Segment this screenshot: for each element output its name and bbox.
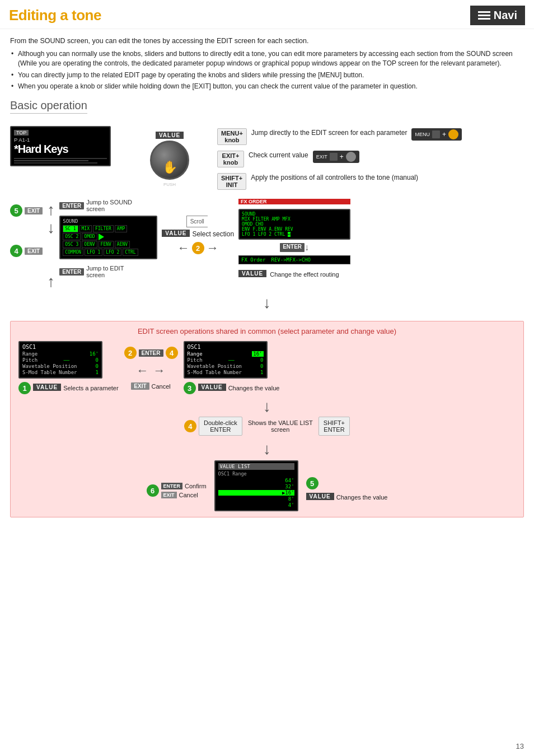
fx-row-1: MIX FILTER AMP MFX xyxy=(242,217,347,222)
main-content: From the SOUND screen, you can edit the … xyxy=(0,29,534,525)
vl-32: 32' xyxy=(218,484,294,489)
enter-badge-1: ENTER xyxy=(59,202,84,209)
bullet-2: You can directly jump to the related EDI… xyxy=(10,71,524,80)
bottom-pink-row: 4 Double-click ENTER Shows the VALUE LIS… xyxy=(18,417,516,436)
vl-4: 4' xyxy=(218,502,294,508)
menu-key-badge-area: MENU+knob xyxy=(217,128,247,145)
cancel-label: Cancel xyxy=(152,383,171,390)
changes-value-label: Changes the value xyxy=(228,385,280,391)
shift-enter-label: SHIFT+ ENTER xyxy=(324,419,345,433)
down-arrow: ↓ xyxy=(47,220,55,236)
enter-badge-2: ENTER xyxy=(139,349,163,357)
section-title: Basic operation xyxy=(10,99,87,114)
vl-subtitle: OSC1 Range xyxy=(218,471,294,477)
fx-screen: SOUND MIX FILTER AMP MFX OMOD CHO ENV F.… xyxy=(238,209,350,240)
fx-row-3: ENV F.ENV A.ENV REV xyxy=(242,227,347,232)
fx-result-screen: FX Order REV->MFX->CHO xyxy=(238,255,350,264)
step5-col: 5 VALUE Changes the value xyxy=(306,460,388,502)
change-effect-label: Change the effect routing xyxy=(270,271,339,278)
bullet-3: When you operate a knob or slider while … xyxy=(10,82,524,91)
fx-order-value: REV->MFX->CHO xyxy=(271,257,310,263)
osc-range-row: Range 16' xyxy=(22,351,99,357)
top-screen: TOP P A1-1 *Hard Keys xyxy=(10,126,111,166)
lr-pink-arrows: ← → xyxy=(137,363,166,378)
navi-badge: Navi xyxy=(470,6,525,25)
sound-screen: SOUND SC 1 MIX FILTER AMP OSC 2 OMOD xyxy=(59,216,157,259)
osc1-left-container: OSC1 Range 16' Pitch —— 0 Wavetable Posi… xyxy=(18,341,119,394)
value-knob[interactable]: ✋ PUSH xyxy=(150,141,189,180)
vlist-screen-container: VALUE LIST OSC1 Range 64' 32' ▶ 16' 8' 4… xyxy=(214,460,298,511)
sep-arrow: ↓ xyxy=(18,399,516,414)
confirm-label: Confirm xyxy=(185,483,207,489)
enter24-row: 2 ENTER 4 xyxy=(124,347,178,359)
step5-value-row: VALUE Changes the value xyxy=(306,493,388,502)
navi-icon xyxy=(478,11,490,20)
value-badge-effect: VALUE xyxy=(238,270,266,277)
enter-badge-fx-row: ENTER ↓ xyxy=(238,243,350,252)
exit-cancel-row: EXIT Cancel xyxy=(131,382,170,390)
shows-label: Shows the VALUE LIST screen xyxy=(248,419,313,433)
up-arrow: ↑ xyxy=(47,202,55,218)
down-big-arrow: ↓ xyxy=(263,294,271,312)
intro-text: From the SOUND screen, you can edit the … xyxy=(10,37,524,45)
changes-value-label-5: Changes the value xyxy=(336,494,388,501)
sound-header: SOUND xyxy=(63,218,154,224)
page-title: Editing a tone xyxy=(9,7,101,24)
step6-col: 6 ENTER Confirm EXIT Cancel xyxy=(147,460,207,498)
vlist-screen: VALUE LIST OSC1 Range 64' 32' ▶ 16' 8' 4… xyxy=(214,460,298,511)
num-2: 2 xyxy=(192,242,204,254)
fx-order-label: FX ORDER xyxy=(238,199,350,204)
pink-section: EDIT screen operations shared in common … xyxy=(10,321,524,517)
menu-knob-badge: MENU+knob xyxy=(217,128,247,145)
osc-smod-row-right: S-Mod Table Number 1 xyxy=(188,370,264,375)
exit-badge-5: EXIT xyxy=(25,207,43,214)
value-badge-select: VALUE xyxy=(162,230,190,237)
center-pink-col: 2 ENTER 4 ← → EXIT Cancel xyxy=(124,341,178,390)
vl-16: ▶ 16' xyxy=(218,490,294,496)
enter1-row: ENTER Jump to SOUNDscreen xyxy=(59,199,157,212)
menu-btn-square xyxy=(432,130,440,138)
scroll-brace: Scroll xyxy=(186,216,208,227)
shift-key-badge-area: SHIFT+INIT xyxy=(217,173,246,190)
num-3-pink: 3 xyxy=(184,382,196,394)
num-5: 5 xyxy=(10,204,22,217)
vl-64: 64' xyxy=(218,478,294,483)
down-arrow-vlist: ↓ xyxy=(18,441,516,457)
select-label: Select section xyxy=(192,230,234,238)
exit-small-cancel: EXIT xyxy=(161,492,177,498)
basic-operation-section: Basic operation TOP P A1-1 *Hard Keys xyxy=(10,99,524,312)
scroll-col: Scroll VALUE Select section ← 2 → xyxy=(162,199,234,255)
value-badge-5: VALUE xyxy=(306,493,334,500)
exit-btn-circle xyxy=(346,152,356,162)
osc-pitch-row-right: Pitch —— 0 xyxy=(188,357,264,363)
num-2-pink: 2 xyxy=(124,347,137,359)
exit-badge-cancel: EXIT xyxy=(131,382,149,390)
fx-order-title: FX Order xyxy=(241,257,265,263)
osc1-screen-right: OSC1 Range 16' Pitch —— 0 Wavetable Posi… xyxy=(184,341,268,379)
screen-label: TOP xyxy=(14,130,29,136)
enter1-desc: Jump to SOUNDscreen xyxy=(86,199,132,212)
exit-knob-desc: Check current value xyxy=(249,151,308,160)
page-number: 13 xyxy=(516,742,524,750)
osc1-title-right: OSC1 xyxy=(188,344,264,350)
enter-small-confirm: ENTER xyxy=(161,483,183,489)
osc-range-row-right: Range 16' xyxy=(188,351,264,357)
bullet-1: Although you can normally use the knobs,… xyxy=(10,49,524,68)
down-arrow-fx: ↓ xyxy=(305,243,309,252)
value-select-row: VALUE Select section xyxy=(162,230,234,239)
exit-key-badge-area: EXIT+knob xyxy=(217,151,244,167)
num-6: 6 xyxy=(147,484,159,497)
sound-row-4: COMMON LFO 1 LFO 2 CTRL xyxy=(63,249,154,256)
scroll-label: Scroll xyxy=(190,218,204,225)
info-row-shift: SHIFT+INIT Apply the positions of all co… xyxy=(217,173,462,190)
vl-8: 8' xyxy=(218,496,294,502)
osc-smod-row: S-Mod Table Number 1 xyxy=(22,370,99,375)
sound-screen-container: SOUND SC 1 MIX FILTER AMP OSC 2 OMOD xyxy=(59,216,157,259)
value-knob-area: VALUE ✋ PUSH xyxy=(150,132,189,180)
arrows-col: ↑ ↓ ↑ xyxy=(47,199,55,290)
num-4-pink: 4 xyxy=(166,347,178,359)
step5-exit: 5 EXIT xyxy=(10,204,43,217)
step1-area: ENTER Jump to SOUNDscreen SOUND SC 1 MIX… xyxy=(59,199,157,278)
fx-sound-header: SOUND xyxy=(242,212,347,217)
screen-preset: P A1-1 xyxy=(14,137,107,143)
